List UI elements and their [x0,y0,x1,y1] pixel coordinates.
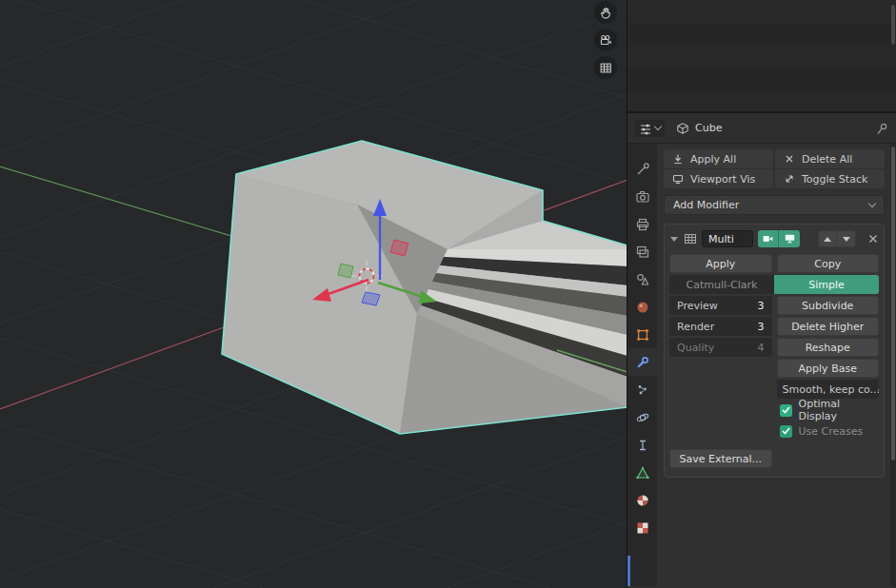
tab-scene[interactable] [627,265,657,293]
tab-modifiers[interactable] [627,348,657,376]
apply-button[interactable]: Apply [669,254,772,273]
3d-viewport[interactable] [0,0,627,588]
viewport-canvas[interactable] [0,0,627,588]
spacer [669,421,772,441]
gizmo-plane-z[interactable] [362,292,380,305]
tab-physics[interactable] [627,403,657,431]
modifier-panel-header: Multi [669,228,879,249]
save-external-button[interactable]: Save External... [669,449,772,468]
tab-constraints[interactable] [627,431,657,459]
render-level-field[interactable]: Render 3 [669,317,772,336]
multires-modifier-panel: Multi [664,224,885,478]
subdivide-button[interactable]: Subdivide [777,296,880,315]
checkbox-checked-icon [780,404,792,417]
outliner-scrollbar[interactable] [891,5,895,45]
toggle-stack-button[interactable]: Toggle Stack [775,169,885,188]
apply-all-icon [672,153,684,165]
tab-tool[interactable] [627,155,657,183]
arrow-down-icon [843,237,850,242]
multires-icon [684,232,697,245]
modifier-reorder-buttons [818,230,856,247]
visibility-toggles [758,230,800,247]
outliner-panel[interactable] [627,0,896,113]
optimal-display-checkbox[interactable]: Optimal Display [777,401,880,420]
preview-level-field[interactable]: Preview 3 [669,296,772,315]
view-layer-icon [635,245,650,260]
catmull-clark-option[interactable]: Catmull-Clark [669,275,774,294]
tab-render[interactable] [627,183,657,210]
delete-all-button[interactable]: Delete All [775,149,885,168]
move-up-button[interactable] [818,230,837,247]
expand-caret-icon[interactable] [670,237,678,242]
tab-material[interactable] [627,486,657,514]
world-icon [635,300,650,315]
tab-particles[interactable] [627,376,657,403]
chevron-down-icon [654,123,662,130]
breadcrumb: Cube [676,122,722,135]
simple-option[interactable]: Simple [774,275,879,294]
arrow-up-icon [824,237,831,242]
tab-object-data[interactable] [627,459,657,486]
modifier-settings: Apply Copy Catmull-Clark Simple Preview … [669,254,879,468]
pin-icon[interactable] [875,122,888,135]
blender-window: Cube [0,0,896,588]
modifier-properties-content: Apply All Delete All Viewport Vis [657,144,896,586]
tab-world[interactable] [627,293,657,321]
add-modifier-dropdown[interactable]: Add Modifier [664,195,885,215]
close-x-icon [867,233,879,245]
camera-icon [762,233,774,245]
breadcrumb-object-name[interactable]: Cube [695,122,722,134]
uv-smooth-dropdown[interactable]: Smooth, keep co... [777,380,880,399]
apply-all-button[interactable]: Apply All [664,149,773,168]
object-data-icon [635,465,650,480]
delete-higher-button[interactable]: Delete Higher [777,317,880,336]
use-creases-checkbox[interactable]: Use Creases [777,421,880,441]
quality-field: Quality 4 [669,338,772,357]
material-icon [635,493,650,508]
tab-object[interactable] [627,321,657,348]
editor-type-button[interactable] [635,120,665,137]
delete-all-x-icon [784,153,795,165]
viewport-visibility-toggle[interactable] [779,230,800,247]
spacer [669,401,772,420]
properties-tab-column [627,144,657,586]
spacer [777,442,880,468]
gizmo-plane-y[interactable] [338,264,353,278]
object-icon [635,327,650,343]
physics-icon [635,410,650,425]
properties-scrollbar-handle[interactable] [891,147,895,461]
output-icon [635,217,650,232]
pan-hand-icon[interactable] [594,1,617,24]
properties-scrollbar-track[interactable] [890,144,896,586]
remove-modifier-button[interactable] [867,233,879,245]
monitor-icon [672,173,684,185]
subdivision-type-toggle: Catmull-Clark Simple [669,275,879,294]
render-visibility-toggle[interactable] [758,230,779,247]
move-down-button[interactable] [837,230,856,247]
texture-icon [635,520,650,536]
tab-texture[interactable] [627,514,657,541]
orthographic-grid-icon[interactable] [594,56,617,79]
apply-base-button[interactable]: Apply Base [777,359,880,378]
right-pane: Cube [627,0,896,588]
particles-icon [635,382,650,398]
mesh-cube[interactable] [222,141,627,434]
modifier-toolbar: Apply All Delete All Viewport Vis [664,149,885,188]
chevron-down-icon [868,200,876,207]
tool-icon [635,162,650,177]
properties-editor: Apply All Delete All Viewport Vis [627,144,896,586]
tab-output[interactable] [627,210,657,238]
viewport-vis-button[interactable]: Viewport Vis [664,169,773,188]
viewport-nav-gizmos [594,1,617,79]
reshape-button[interactable]: Reshape [777,338,880,357]
copy-button[interactable]: Copy [777,254,880,273]
camera-view-icon[interactable] [594,29,617,51]
tab-column-scrollbar[interactable] [627,556,630,586]
properties-header: Cube [627,113,896,144]
modifier-name-field[interactable]: Multi [702,230,753,247]
toggle-stack-arrows-icon [784,173,795,185]
tab-view-layer[interactable] [627,238,657,265]
scene-icon [635,272,650,287]
properties-editor-icon [639,122,652,135]
cube-icon [676,122,689,135]
